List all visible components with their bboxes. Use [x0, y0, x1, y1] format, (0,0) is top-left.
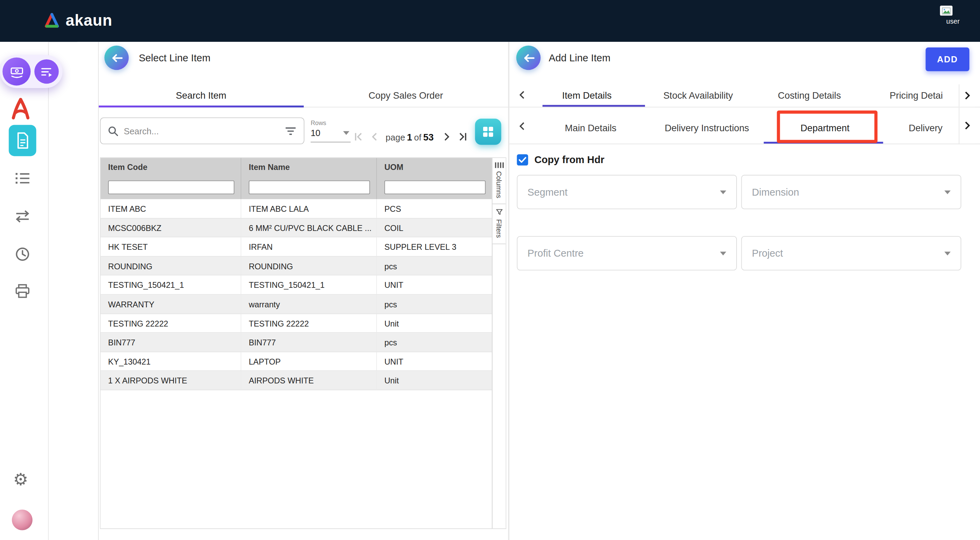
hand-money-button[interactable]	[2, 57, 30, 86]
filter-input-uom[interactable]	[384, 181, 485, 194]
grid-view-button[interactable]	[475, 119, 501, 145]
table-row[interactable]: HK TESET IRFAN SUPPLER LEVEL 3	[100, 237, 492, 257]
tab-pricing-details[interactable]: Pricing Detai	[890, 90, 943, 100]
chevron-down-icon	[944, 251, 950, 255]
rows-per-page-select[interactable]: Rows 10	[311, 119, 351, 142]
column-header-uom[interactable]: UOM	[377, 158, 492, 176]
table-row[interactable]: KY_130421 LAPTOP UNIT	[100, 352, 492, 372]
table-row[interactable]: 1 X AIRPODS WHITE AIRPODS WHITE Unit	[100, 371, 492, 390]
tab-costing-details[interactable]: Costing Details	[778, 90, 841, 100]
previous-page-button[interactable]	[368, 130, 380, 143]
subtabs-scroll-right-icon[interactable]	[959, 108, 975, 144]
columns-grip-icon	[495, 162, 504, 168]
panel-title: Select Line Item	[139, 52, 210, 64]
akaun-triangle-icon	[44, 12, 60, 28]
invoice-document-button[interactable]	[9, 125, 37, 156]
print-icon[interactable]	[14, 284, 30, 301]
list-icon[interactable]	[14, 171, 30, 188]
broken-image-icon	[940, 5, 952, 16]
table-row[interactable]: TESTING_150421_1 TESTING_150421_1 UNIT	[100, 275, 492, 295]
workspace-tab-strip: 1 INTERNAL SALES ORDER VIEW 2 INTERNAL S…	[78, 42, 99, 540]
panel-title: Add Line Item	[549, 52, 610, 64]
active-subtab-underline	[764, 142, 883, 144]
filters-label: Filters	[495, 220, 503, 238]
settings-gear-icon[interactable]: ⚙	[13, 472, 28, 488]
filter-list-icon[interactable]	[285, 126, 296, 135]
avatar-alt-text: user	[947, 17, 970, 25]
filters-button[interactable]: Filters	[492, 205, 506, 245]
chevron-down-icon	[720, 251, 726, 255]
back-button[interactable]	[104, 46, 129, 70]
back-arrow-icon	[110, 53, 123, 63]
funnel-icon	[495, 209, 503, 216]
copy-from-hdr-row: Copy from Hdr	[517, 154, 604, 165]
project-dropdown[interactable]: Project	[741, 236, 961, 270]
filter-input-item-name[interactable]	[248, 181, 370, 194]
table-row[interactable]: ROUNDING ROUNDING pcs	[100, 257, 492, 276]
column-header-item-name[interactable]: Item Name	[242, 158, 377, 176]
dimension-dropdown[interactable]: Dimension	[741, 175, 961, 209]
invoice-icon	[15, 131, 30, 150]
subtabs-scroll-left-icon[interactable]	[516, 121, 528, 131]
active-tab-underline	[542, 105, 645, 106]
grid-icon	[482, 125, 494, 138]
tab-item-details[interactable]: Item Details	[562, 90, 611, 100]
search-icon	[108, 126, 118, 136]
left-panel-tabs: Search Item Copy Sales Order	[99, 84, 508, 107]
columns-button[interactable]: Columns	[492, 158, 506, 205]
table-header-row: Item Code Item Name UOM	[100, 158, 492, 176]
items-table: Item Code Item Name UOM ITEM ABC ITEM AB…	[100, 157, 506, 529]
transfer-icon[interactable]	[14, 209, 30, 226]
table-row[interactable]: BIN777 BIN777 pcs	[100, 333, 492, 352]
akaun-logo: akaun	[44, 11, 113, 29]
rows-label: Rows	[311, 119, 351, 126]
profit-centre-dropdown[interactable]: Profit Centre	[517, 236, 737, 270]
chevron-down-icon	[944, 190, 950, 194]
first-page-button[interactable]	[353, 130, 365, 143]
tabs-scroll-left-icon[interactable]	[516, 90, 528, 100]
add-line-item-panel: Add Line Item ADD Item Details Stock Ava…	[508, 42, 980, 540]
tab-main-details[interactable]: Main Details	[565, 122, 616, 133]
sub-tabs-bar: Main Details Delivery Instructions Depar…	[509, 108, 980, 145]
table-side-rail: Columns Filters	[492, 158, 506, 528]
search-input[interactable]	[124, 126, 280, 136]
select-line-item-panel: Select Line Item Search Item Copy Sales …	[99, 42, 508, 540]
copy-from-hdr-checkbox[interactable]	[517, 154, 528, 165]
tab-copy-sales-order[interactable]: Copy Sales Order	[304, 84, 508, 107]
table-empty-area	[100, 390, 492, 528]
table-row[interactable]: ITEM ABC ITEM ABC LALA PCS	[100, 199, 492, 218]
floating-action-pill	[0, 55, 62, 88]
table-row[interactable]: MCSC006BKZ 6 MM² CU/PVC BLACK CABLE ... …	[100, 218, 492, 237]
profile-avatar[interactable]	[12, 510, 33, 530]
hand-money-icon	[9, 64, 24, 79]
detail-tabs-bar: Item Details Stock Availability Costing …	[509, 84, 980, 107]
screenshot-stage: akaun user	[0, 0, 980, 540]
back-arrow-icon	[522, 53, 535, 63]
column-header-item-code[interactable]: Item Code	[100, 158, 241, 176]
tab-delivery-instructions[interactable]: Delivery Instructions	[665, 122, 749, 133]
user-avatar-broken-image[interactable]: user	[940, 5, 970, 34]
copy-from-hdr-label: Copy from Hdr	[534, 154, 604, 165]
tab-stock-availability[interactable]: Stock Availability	[663, 90, 733, 100]
tabs-scroll-right-icon[interactable]	[959, 84, 975, 107]
page-indicator: page1of53	[386, 132, 436, 142]
rows-value: 10	[311, 128, 320, 138]
filter-input-item-code[interactable]	[108, 181, 234, 194]
table-row[interactable]: TESTING 22222 TESTING 22222 Unit	[100, 314, 492, 333]
app-window: akaun user	[0, 0, 980, 540]
columns-label: Columns	[495, 171, 503, 198]
table-row[interactable]: WARRANTY warranty pcs	[100, 295, 492, 314]
add-button[interactable]: ADD	[926, 48, 969, 71]
next-page-button[interactable]	[441, 130, 453, 143]
back-button[interactable]	[516, 46, 541, 70]
last-page-button[interactable]	[456, 130, 468, 143]
tab-delivery[interactable]: Delivery	[909, 122, 943, 133]
tab-department[interactable]: Department	[801, 122, 850, 133]
playlist-button[interactable]	[34, 59, 59, 84]
tab-search-item[interactable]: Search Item	[99, 84, 304, 107]
chevron-down-icon	[343, 131, 349, 135]
current-page: 1	[407, 132, 412, 142]
segment-dropdown[interactable]: Segment	[517, 175, 737, 209]
history-icon[interactable]	[14, 246, 30, 265]
pdf-icon[interactable]	[11, 97, 30, 122]
